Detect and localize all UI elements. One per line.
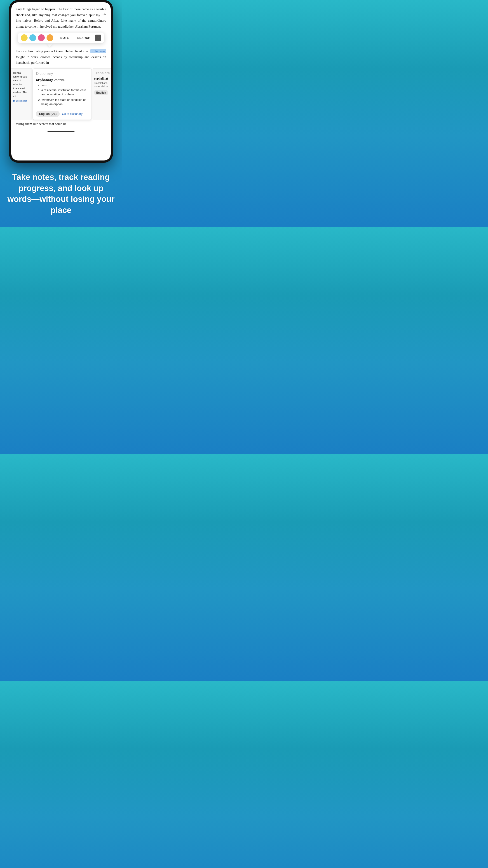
phone-screen: nary things began to happen. The first o… (11, 2, 111, 160)
dict-definitions: a residential institution for the care a… (36, 88, 88, 106)
color-dot-pink[interactable] (38, 34, 45, 41)
phone-home-bar (47, 131, 74, 132)
phone-container: nary things began to happen. The first o… (0, 0, 122, 163)
color-dot-yellow[interactable] (21, 34, 28, 41)
dict-pos: I. noun (38, 84, 88, 87)
tagline-section: Take notes, track reading progress, and … (0, 163, 122, 227)
dict-word: orphanage (36, 78, 53, 82)
search-button[interactable]: SEARCH (76, 35, 92, 40)
book-text-mid: the most fascinating person I knew. He h… (11, 47, 111, 68)
toolbar-wrapper: NOTE SEARCH › (11, 33, 111, 43)
chevron-right-icon: › (98, 36, 99, 39)
toolbar-divider (56, 34, 56, 41)
highlighted-word: orphanage, (90, 49, 106, 53)
color-dot-orange[interactable] (46, 34, 53, 41)
dict-footer: English (US) Go to dictionary (36, 109, 88, 117)
highlight-toolbar: NOTE SEARCH › (18, 33, 104, 43)
note-button[interactable]: NOTE (59, 35, 70, 40)
right-panel-translate: Translate orphelinat Translations more, … (93, 68, 111, 120)
tooltip-triangle (46, 43, 53, 47)
dict-word-row: orphanage /'ôrfenij/ (36, 78, 88, 82)
dictionary-title: Dictionary (36, 71, 88, 76)
translate-word: orphelinat (94, 77, 109, 81)
translate-lang-button[interactable]: English (94, 90, 108, 95)
dict-def-2: <archaic> the state or condition of bein… (41, 98, 88, 106)
left-panel-text: idential ion or group care of who, for t… (13, 71, 30, 98)
tagline-text: Take notes, track reading progress, and … (7, 172, 115, 216)
dict-phonetic: /'ôrfenij/ (54, 78, 65, 82)
left-panel-wikipedia: idential ion or group care of who, for t… (11, 68, 32, 120)
translate-desc: Translations more, visit w (94, 81, 109, 88)
translate-title: Translate (94, 71, 109, 75)
dictionary-panel: Dictionary orphanage /'ôrfenij/ I. noun … (33, 68, 92, 120)
dict-lang-button[interactable]: English (US) (36, 111, 60, 117)
tooltip-pointer (11, 43, 111, 47)
wikipedia-link[interactable]: to Wikipedia (13, 99, 30, 102)
book-text-top: nary things began to happen. The first o… (11, 2, 111, 32)
dict-def-1: a residential institution for the care a… (41, 88, 88, 97)
more-arrow-button[interactable]: › (95, 35, 101, 41)
color-dot-blue[interactable] (29, 34, 36, 41)
book-text-bottom: telling them like secrets that could be (11, 120, 111, 129)
panels-row: idential ion or group care of who, for t… (11, 68, 111, 120)
go-to-dictionary-button[interactable]: Go to dictionary (62, 112, 83, 116)
phone-frame: nary things began to happen. The first o… (9, 0, 113, 163)
